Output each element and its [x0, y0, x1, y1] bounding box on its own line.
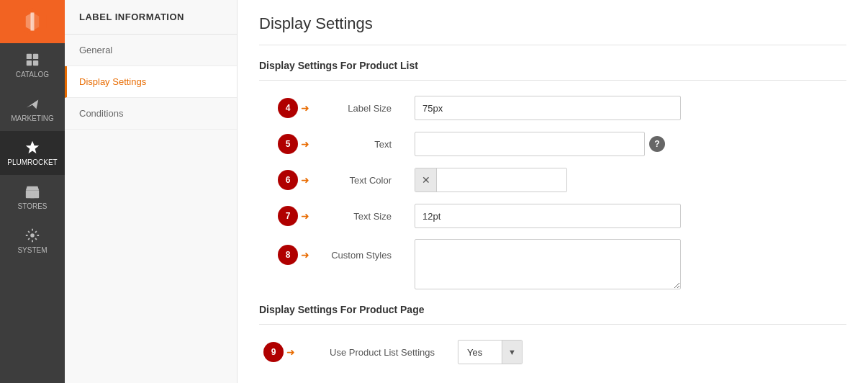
sidebar-item-catalog[interactable]: CATALOG [0, 43, 65, 87]
text-color-clear-button[interactable]: ✕ [415, 168, 437, 192]
custom-styles-textarea[interactable] [415, 239, 681, 289]
svg-rect-10 [30, 193, 35, 198]
page-divider [259, 45, 846, 45]
nav-item-conditions[interactable]: Conditions [65, 98, 237, 130]
svg-rect-5 [33, 54, 38, 59]
svg-marker-8 [26, 141, 39, 153]
label-size-label: Label Size [312, 103, 392, 114]
nav-item-general[interactable]: General [65, 35, 237, 66]
text-help-icon[interactable]: ? [649, 136, 665, 152]
text-color-row: 6 ➜ Text Color ✕ [259, 167, 846, 193]
sidebar-item-system-label: SYSTEM [17, 246, 47, 254]
label-size-left: 4 ➜ Label Size [259, 98, 403, 118]
sidebar-item-plumrocket[interactable]: PLUMROCKET [0, 131, 65, 175]
use-product-list-label: Use Product List Settings [298, 347, 435, 358]
product-list-section-divider [259, 80, 846, 81]
nav-panel-header: LABEL INFORMATION [65, 0, 237, 35]
page-title: Display Settings [259, 14, 846, 33]
use-product-list-select[interactable]: Yes No [458, 343, 502, 362]
step-7-badge: 7 [278, 206, 298, 226]
use-product-list-select-arrow-icon[interactable]: ▼ [502, 341, 522, 364]
sidebar-item-plumrocket-label: PLUMROCKET [7, 158, 57, 166]
step-6-arrow-icon: ➜ [301, 174, 309, 186]
step-7-arrow-icon: ➜ [301, 210, 309, 222]
svg-point-11 [30, 233, 35, 238]
step-6-badge: 6 [278, 170, 298, 190]
sidebar: CATALOG MARKETING PLUMROCKET STORES SYST… [0, 0, 65, 383]
step-5-badge: 5 [278, 134, 298, 154]
nav-item-general-label: General [79, 45, 112, 55]
main-content: Display Settings Display Settings For Pr… [238, 0, 868, 383]
nav-item-display-settings[interactable]: Display Settings [65, 66, 237, 98]
text-input[interactable] [415, 132, 645, 156]
use-product-list-left: 9 ➜ Use Product List Settings [259, 342, 446, 362]
step-4-arrow-icon: ➜ [301, 102, 309, 114]
stores-icon [24, 184, 40, 199]
product-list-section: Display Settings For Product List 4 ➜ La… [259, 60, 846, 289]
custom-styles-label: Custom Styles [312, 250, 392, 261]
sidebar-item-stores[interactable]: STORES [0, 175, 65, 219]
step-5-arrow-icon: ➜ [301, 138, 309, 150]
text-size-left: 7 ➜ Text Size [259, 206, 403, 226]
nav-panel: LABEL INFORMATION General Display Settin… [65, 0, 238, 383]
sidebar-item-stores-label: STORES [18, 202, 48, 210]
label-size-row: 4 ➜ Label Size [259, 95, 846, 121]
svg-rect-6 [27, 60, 32, 66]
text-label: Text [312, 139, 392, 150]
product-page-section: Display Settings For Product Page 9 ➜ Us… [259, 304, 846, 365]
nav-item-conditions-label: Conditions [79, 108, 123, 119]
label-size-input[interactable] [415, 96, 681, 120]
svg-rect-7 [33, 60, 38, 66]
step-8-arrow-icon: ➜ [301, 249, 309, 261]
step-8-badge: 8 [278, 245, 298, 265]
text-size-input[interactable] [415, 204, 681, 228]
text-row: 5 ➜ Text ? [259, 131, 846, 157]
nav-item-display-settings-label: Display Settings [79, 76, 146, 87]
text-input-group: ? [415, 132, 665, 156]
text-color-label: Text Color [312, 175, 392, 186]
text-color-swatch[interactable] [437, 168, 566, 192]
magento-logo-icon [17, 6, 48, 37]
custom-styles-left: 8 ➜ Custom Styles [259, 245, 403, 265]
text-size-label: Text Size [312, 211, 392, 222]
sidebar-item-marketing-label: MARKETING [11, 114, 53, 122]
svg-rect-4 [27, 54, 32, 59]
step-4-badge: 4 [278, 98, 298, 118]
step-9-badge: 9 [263, 342, 284, 362]
use-product-list-select-group: Yes No ▼ [458, 340, 523, 364]
product-page-section-divider [259, 324, 846, 325]
sidebar-item-marketing[interactable]: MARKETING [0, 87, 65, 131]
text-size-row: 7 ➜ Text Size [259, 203, 846, 229]
marketing-icon [24, 96, 40, 112]
sidebar-item-system[interactable]: SYSTEM [0, 219, 65, 263]
product-list-section-title: Display Settings For Product List [259, 60, 846, 71]
system-icon [24, 227, 40, 243]
custom-styles-row: 8 ➜ Custom Styles [259, 239, 846, 289]
sidebar-logo [0, 0, 65, 43]
text-color-input-group: ✕ [415, 168, 567, 192]
sidebar-item-catalog-label: CATALOG [16, 71, 49, 78]
use-product-list-settings-row: 9 ➜ Use Product List Settings Yes No ▼ [259, 339, 846, 365]
text-left: 5 ➜ Text [259, 134, 403, 154]
text-color-left: 6 ➜ Text Color [259, 170, 403, 190]
step-9-arrow-icon: ➜ [286, 346, 295, 358]
plumrocket-icon [24, 140, 40, 156]
catalog-icon [24, 52, 40, 68]
svg-rect-3 [30, 12, 34, 30]
product-page-section-title: Display Settings For Product Page [259, 304, 846, 315]
